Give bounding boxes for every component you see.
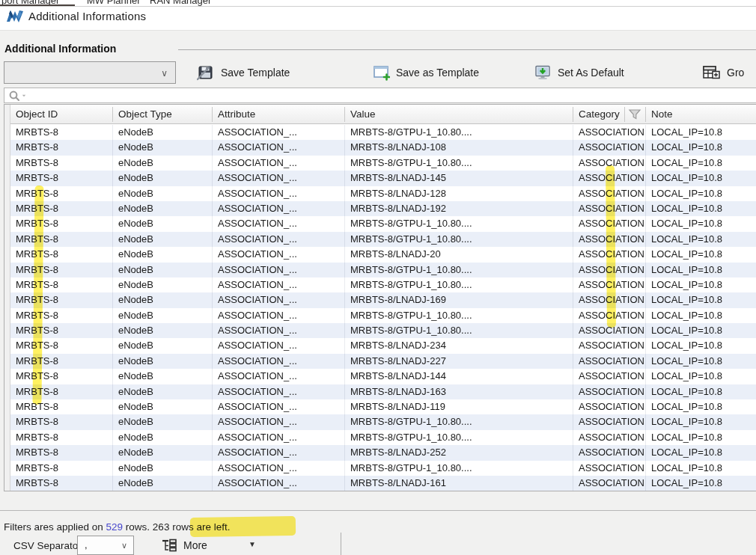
cell-object-type: eNodeB — [118, 354, 211, 369]
cell-attribute: ASSOCIATION_... — [218, 278, 344, 292]
cell-value: MRBTS-8/GTPU-1_10.80.... — [350, 414, 572, 429]
cell-note: LOCAL_IP=10.8 — [651, 232, 756, 247]
cell-object-id: MRBTS-8 — [16, 384, 112, 399]
more-button-label: More — [183, 539, 207, 551]
cell-note: LOCAL_IP=10.8 — [651, 399, 756, 414]
cell-attribute: ASSOCIATION_... — [218, 156, 344, 171]
table-row[interactable]: MRBTS-8 eNodeB ASSOCIATION_... MRBTS-8/L… — [4, 384, 756, 399]
table-row[interactable]: MRBTS-8 eNodeB ASSOCIATION_... MRBTS-8/L… — [4, 476, 756, 491]
column-header-object-type[interactable]: Object Type — [118, 108, 172, 120]
table-row[interactable]: MRBTS-8 eNodeB ASSOCIATION_... MRBTS-8/G… — [4, 414, 756, 429]
cell-attribute: ASSOCIATION_... — [218, 140, 344, 155]
table-row[interactable]: MRBTS-8 eNodeB ASSOCIATION_... MRBTS-8/L… — [4, 186, 756, 201]
cell-object-id: MRBTS-8 — [16, 201, 112, 216]
table-row[interactable]: MRBTS-8 eNodeB ASSOCIATION_... MRBTS-8/L… — [4, 369, 756, 384]
search-input[interactable] — [4, 88, 756, 103]
cell-object-id: MRBTS-8 — [16, 292, 112, 307]
cell-attribute: ASSOCIATION_... — [218, 216, 344, 231]
table-row[interactable]: MRBTS-8 eNodeB ASSOCIATION_... MRBTS-8/G… — [4, 430, 756, 445]
cell-object-id: MRBTS-8 — [16, 278, 112, 292]
column-header-note[interactable]: Note — [651, 108, 673, 120]
cell-object-id: MRBTS-8 — [16, 430, 112, 445]
cell-value: MRBTS-8/GTPU-1_10.80.... — [350, 156, 572, 171]
cell-value: MRBTS-8/LNADJ-169 — [350, 292, 572, 307]
table-row[interactable]: MRBTS-8 eNodeB ASSOCIATION_... MRBTS-8/G… — [4, 125, 756, 140]
cell-note: LOCAL_IP=10.8 — [651, 338, 756, 353]
cell-object-type: eNodeB — [118, 430, 211, 445]
cell-object-id: MRBTS-8 — [16, 186, 112, 201]
table-row[interactable]: MRBTS-8 eNodeB ASSOCIATION_... MRBTS-8/L… — [4, 201, 756, 216]
cell-object-type: eNodeB — [118, 156, 211, 171]
table-row[interactable]: MRBTS-8 eNodeB ASSOCIATION_... MRBTS-8/L… — [4, 292, 756, 307]
cell-category: ASSOCIATION — [579, 201, 644, 216]
filter-icon[interactable] — [628, 108, 641, 120]
template-select[interactable]: ∨ — [4, 61, 176, 84]
table-row[interactable]: MRBTS-8 eNodeB ASSOCIATION_... MRBTS-8/G… — [4, 308, 756, 323]
cell-object-id: MRBTS-8 — [16, 369, 112, 384]
table-row[interactable]: MRBTS-8 eNodeB ASSOCIATION_... MRBTS-8/G… — [4, 278, 756, 292]
table-row[interactable]: MRBTS-8 eNodeB ASSOCIATION_... MRBTS-8/L… — [4, 247, 756, 262]
column-header-value[interactable]: Value — [350, 108, 376, 120]
cell-attribute: ASSOCIATION_... — [218, 384, 344, 399]
save-template-label: Save Template — [221, 67, 290, 79]
cell-category: ASSOCIATION — [579, 354, 644, 369]
table-row[interactable]: MRBTS-8 eNodeB ASSOCIATION_... MRBTS-8/L… — [4, 140, 756, 155]
more-button[interactable]: More — [161, 536, 258, 555]
table-row[interactable]: MRBTS-8 eNodeB ASSOCIATION_... MRBTS-8/G… — [4, 323, 756, 338]
cell-category: ASSOCIATION — [579, 308, 644, 323]
cell-object-type: eNodeB — [118, 171, 211, 185]
cell-object-type: eNodeB — [118, 232, 211, 247]
cell-note: LOCAL_IP=10.8 — [651, 445, 756, 460]
cell-category: ASSOCIATION — [579, 263, 644, 278]
table-row[interactable]: MRBTS-8 eNodeB ASSOCIATION_... MRBTS-8/L… — [4, 171, 756, 185]
table-row[interactable]: MRBTS-8 eNodeB ASSOCIATION_... MRBTS-8/G… — [4, 461, 756, 476]
cell-object-id: MRBTS-8 — [16, 354, 112, 369]
more-dropdown-arrow[interactable]: ▼ — [249, 540, 256, 548]
save-template-button[interactable]: Save Template — [197, 61, 290, 84]
cell-object-type: eNodeB — [118, 384, 211, 399]
cell-object-id: MRBTS-8 — [16, 323, 112, 338]
cell-object-id: MRBTS-8 — [16, 338, 112, 353]
cell-category: ASSOCIATION — [579, 140, 644, 155]
cell-category: ASSOCIATION — [579, 384, 644, 399]
table-row[interactable]: MRBTS-8 eNodeB ASSOCIATION_... MRBTS-8/G… — [4, 156, 756, 171]
column-header-attribute[interactable]: Attribute — [218, 108, 255, 120]
table-row[interactable]: MRBTS-8 eNodeB ASSOCIATION_... MRBTS-8/L… — [4, 445, 756, 460]
group-button[interactable]: Gro — [702, 61, 744, 84]
row-gutter — [4, 105, 10, 491]
tab-ran-manager[interactable]: RAN Manager — [150, 0, 211, 6]
search-icon — [8, 91, 29, 102]
table-row[interactable]: MRBTS-8 eNodeB ASSOCIATION_... MRBTS-8/G… — [4, 232, 756, 247]
cell-value: MRBTS-8/GTPU-1_10.80.... — [350, 278, 572, 292]
cell-category: ASSOCIATION — [579, 369, 644, 384]
section-title: Additional Information — [4, 43, 122, 55]
save-as-template-button[interactable]: Save as Template — [373, 61, 479, 84]
csv-separator-select[interactable]: , ∨ — [77, 536, 134, 555]
table-body: MRBTS-8 eNodeB ASSOCIATION_... MRBTS-8/G… — [4, 125, 756, 491]
set-as-default-label: Set As Default — [558, 67, 624, 79]
status-suffix: rows. 263 rows are left. — [123, 521, 230, 533]
cell-object-type: eNodeB — [118, 308, 211, 323]
cell-object-id: MRBTS-8 — [16, 216, 112, 231]
cell-note: LOCAL_IP=10.8 — [651, 156, 756, 171]
cell-object-id: MRBTS-8 — [16, 461, 112, 476]
table-row[interactable]: MRBTS-8 eNodeB ASSOCIATION_... MRBTS-8/L… — [4, 338, 756, 353]
column-header-category[interactable]: Category — [579, 108, 620, 120]
cell-note: LOCAL_IP=10.8 — [651, 354, 756, 369]
cell-category: ASSOCIATION — [579, 445, 644, 460]
table-row[interactable]: MRBTS-8 eNodeB ASSOCIATION_... MRBTS-8/G… — [4, 263, 756, 278]
table-row[interactable]: MRBTS-8 eNodeB ASSOCIATION_... MRBTS-8/L… — [4, 354, 756, 369]
cell-attribute: ASSOCIATION_... — [218, 430, 344, 445]
table-row[interactable]: MRBTS-8 eNodeB ASSOCIATION_... MRBTS-8/L… — [4, 399, 756, 414]
set-as-default-button[interactable]: Set As Default — [534, 61, 624, 84]
cell-category: ASSOCIATION — [579, 232, 644, 247]
cell-category: ASSOCIATION — [579, 125, 644, 140]
cell-value: MRBTS-8/LNADJ-234 — [350, 338, 572, 353]
save-as-template-label: Save as Template — [396, 67, 479, 79]
table-row[interactable]: MRBTS-8 eNodeB ASSOCIATION_... MRBTS-8/G… — [4, 216, 756, 231]
cell-value: MRBTS-8/LNADJ-227 — [350, 354, 572, 369]
cell-attribute: ASSOCIATION_... — [218, 125, 344, 140]
cell-object-type: eNodeB — [118, 216, 211, 231]
tab-mw-planner[interactable]: MW Planner — [87, 0, 141, 6]
column-header-object-id[interactable]: Object ID — [16, 108, 58, 120]
